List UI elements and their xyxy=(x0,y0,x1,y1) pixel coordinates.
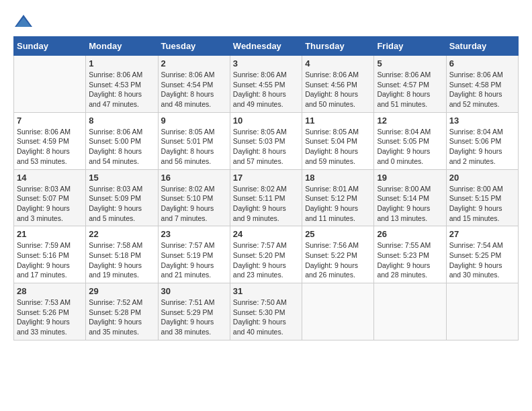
day-number: 24 xyxy=(233,229,299,239)
day-number: 4 xyxy=(305,58,371,68)
day-number: 1 xyxy=(89,58,154,68)
day-number: 25 xyxy=(305,229,371,239)
day-number: 20 xyxy=(449,173,515,183)
day-cell: 6Sunrise: 8:06 AM Sunset: 4:58 PM Daylig… xyxy=(446,56,518,113)
day-info: Sunrise: 7:54 AM Sunset: 5:25 PM Dayligh… xyxy=(449,240,515,280)
day-number: 13 xyxy=(449,116,515,126)
day-info: Sunrise: 7:56 AM Sunset: 5:22 PM Dayligh… xyxy=(305,240,371,280)
day-number: 22 xyxy=(89,229,154,239)
week-row-1: 1Sunrise: 8:06 AM Sunset: 4:53 PM Daylig… xyxy=(14,56,519,113)
day-number: 28 xyxy=(17,286,83,296)
day-cell xyxy=(302,283,374,340)
day-cell: 29Sunrise: 7:52 AM Sunset: 5:28 PM Dayli… xyxy=(86,283,158,340)
day-number: 26 xyxy=(377,229,443,239)
day-number: 11 xyxy=(305,116,371,126)
day-cell: 18Sunrise: 8:01 AM Sunset: 5:12 PM Dayli… xyxy=(302,169,374,226)
day-cell: 7Sunrise: 8:06 AM Sunset: 4:59 PM Daylig… xyxy=(14,112,86,169)
day-number: 10 xyxy=(233,116,299,126)
day-cell: 27Sunrise: 7:54 AM Sunset: 5:25 PM Dayli… xyxy=(446,226,518,283)
day-number: 9 xyxy=(161,116,227,126)
day-cell: 26Sunrise: 7:55 AM Sunset: 5:23 PM Dayli… xyxy=(374,226,446,283)
day-cell: 19Sunrise: 8:00 AM Sunset: 5:14 PM Dayli… xyxy=(374,169,446,226)
day-info: Sunrise: 8:00 AM Sunset: 5:14 PM Dayligh… xyxy=(377,184,443,224)
day-cell xyxy=(446,283,518,340)
day-number: 3 xyxy=(233,58,299,68)
day-cell: 1Sunrise: 8:06 AM Sunset: 4:53 PM Daylig… xyxy=(86,56,158,113)
day-number: 12 xyxy=(377,116,443,126)
day-number: 6 xyxy=(449,58,515,68)
day-number: 27 xyxy=(449,229,515,239)
column-header-friday: Friday xyxy=(374,37,446,56)
day-number: 14 xyxy=(17,173,83,183)
day-info: Sunrise: 7:57 AM Sunset: 5:20 PM Dayligh… xyxy=(233,240,299,280)
day-info: Sunrise: 8:04 AM Sunset: 5:06 PM Dayligh… xyxy=(449,127,515,167)
week-row-4: 21Sunrise: 7:59 AM Sunset: 5:16 PM Dayli… xyxy=(14,226,519,283)
day-cell: 3Sunrise: 8:06 AM Sunset: 4:55 PM Daylig… xyxy=(230,56,302,113)
day-number: 7 xyxy=(17,116,83,126)
day-info: Sunrise: 8:06 AM Sunset: 4:55 PM Dayligh… xyxy=(233,70,299,109)
day-number: 29 xyxy=(89,286,154,296)
week-row-5: 28Sunrise: 7:53 AM Sunset: 5:26 PM Dayli… xyxy=(14,283,519,340)
day-cell: 16Sunrise: 8:02 AM Sunset: 5:10 PM Dayli… xyxy=(158,169,230,226)
day-cell: 2Sunrise: 8:06 AM Sunset: 4:54 PM Daylig… xyxy=(158,56,230,113)
day-cell: 12Sunrise: 8:04 AM Sunset: 5:05 PM Dayli… xyxy=(374,112,446,169)
day-info: Sunrise: 8:05 AM Sunset: 5:01 PM Dayligh… xyxy=(161,127,227,167)
day-info: Sunrise: 8:02 AM Sunset: 5:11 PM Dayligh… xyxy=(233,184,299,224)
day-cell: 28Sunrise: 7:53 AM Sunset: 5:26 PM Dayli… xyxy=(14,283,86,340)
day-info: Sunrise: 7:57 AM Sunset: 5:19 PM Dayligh… xyxy=(161,240,227,280)
column-header-wednesday: Wednesday xyxy=(230,37,302,56)
day-cell: 15Sunrise: 8:03 AM Sunset: 5:09 PM Dayli… xyxy=(86,169,158,226)
day-number: 18 xyxy=(305,173,371,183)
day-number: 30 xyxy=(161,286,227,296)
day-info: Sunrise: 8:06 AM Sunset: 4:54 PM Dayligh… xyxy=(161,70,227,109)
day-cell: 14Sunrise: 8:03 AM Sunset: 5:07 PM Dayli… xyxy=(14,169,86,226)
day-number: 17 xyxy=(233,173,299,183)
day-info: Sunrise: 8:04 AM Sunset: 5:05 PM Dayligh… xyxy=(377,127,443,167)
calendar-table: SundayMondayTuesdayWednesdayThursdayFrid… xyxy=(13,36,519,340)
day-cell: 4Sunrise: 8:06 AM Sunset: 4:56 PM Daylig… xyxy=(302,56,374,113)
day-number: 5 xyxy=(377,58,443,68)
logo-icon xyxy=(13,13,34,30)
day-cell: 20Sunrise: 8:00 AM Sunset: 5:15 PM Dayli… xyxy=(446,169,518,226)
day-number: 16 xyxy=(161,173,227,183)
day-cell: 25Sunrise: 7:56 AM Sunset: 5:22 PM Dayli… xyxy=(302,226,374,283)
column-header-saturday: Saturday xyxy=(446,37,518,56)
day-info: Sunrise: 8:06 AM Sunset: 4:58 PM Dayligh… xyxy=(449,70,515,109)
day-info: Sunrise: 8:06 AM Sunset: 5:00 PM Dayligh… xyxy=(89,127,154,167)
day-cell xyxy=(374,283,446,340)
column-header-thursday: Thursday xyxy=(302,37,374,56)
day-cell: 8Sunrise: 8:06 AM Sunset: 5:00 PM Daylig… xyxy=(86,112,158,169)
week-row-2: 7Sunrise: 8:06 AM Sunset: 4:59 PM Daylig… xyxy=(14,112,519,169)
day-cell: 24Sunrise: 7:57 AM Sunset: 5:20 PM Dayli… xyxy=(230,226,302,283)
logo xyxy=(13,13,36,30)
day-cell: 5Sunrise: 8:06 AM Sunset: 4:57 PM Daylig… xyxy=(374,56,446,113)
day-info: Sunrise: 8:03 AM Sunset: 5:07 PM Dayligh… xyxy=(17,184,83,224)
day-cell: 21Sunrise: 7:59 AM Sunset: 5:16 PM Dayli… xyxy=(14,226,86,283)
day-cell xyxy=(14,56,86,113)
header xyxy=(13,13,519,30)
day-info: Sunrise: 8:06 AM Sunset: 4:59 PM Dayligh… xyxy=(17,127,83,167)
day-cell: 11Sunrise: 8:05 AM Sunset: 5:04 PM Dayli… xyxy=(302,112,374,169)
day-info: Sunrise: 8:00 AM Sunset: 5:15 PM Dayligh… xyxy=(449,184,515,224)
day-cell: 13Sunrise: 8:04 AM Sunset: 5:06 PM Dayli… xyxy=(446,112,518,169)
day-info: Sunrise: 8:02 AM Sunset: 5:10 PM Dayligh… xyxy=(161,184,227,224)
day-info: Sunrise: 7:53 AM Sunset: 5:26 PM Dayligh… xyxy=(17,298,83,337)
day-cell: 31Sunrise: 7:50 AM Sunset: 5:30 PM Dayli… xyxy=(230,283,302,340)
day-info: Sunrise: 7:58 AM Sunset: 5:18 PM Dayligh… xyxy=(89,240,154,280)
day-info: Sunrise: 8:05 AM Sunset: 5:03 PM Dayligh… xyxy=(233,127,299,167)
day-number: 15 xyxy=(89,173,154,183)
week-row-3: 14Sunrise: 8:03 AM Sunset: 5:07 PM Dayli… xyxy=(14,169,519,226)
day-info: Sunrise: 8:06 AM Sunset: 4:56 PM Dayligh… xyxy=(305,70,371,109)
day-number: 19 xyxy=(377,173,443,183)
day-number: 2 xyxy=(161,58,227,68)
day-cell: 22Sunrise: 7:58 AM Sunset: 5:18 PM Dayli… xyxy=(86,226,158,283)
day-info: Sunrise: 8:06 AM Sunset: 4:57 PM Dayligh… xyxy=(377,70,443,109)
day-info: Sunrise: 7:51 AM Sunset: 5:29 PM Dayligh… xyxy=(161,298,227,337)
day-cell: 17Sunrise: 8:02 AM Sunset: 5:11 PM Dayli… xyxy=(230,169,302,226)
day-info: Sunrise: 7:52 AM Sunset: 5:28 PM Dayligh… xyxy=(89,298,154,337)
day-info: Sunrise: 8:03 AM Sunset: 5:09 PM Dayligh… xyxy=(89,184,154,224)
day-info: Sunrise: 8:05 AM Sunset: 5:04 PM Dayligh… xyxy=(305,127,371,167)
day-cell: 9Sunrise: 8:05 AM Sunset: 5:01 PM Daylig… xyxy=(158,112,230,169)
column-header-monday: Monday xyxy=(86,37,158,56)
day-cell: 23Sunrise: 7:57 AM Sunset: 5:19 PM Dayli… xyxy=(158,226,230,283)
